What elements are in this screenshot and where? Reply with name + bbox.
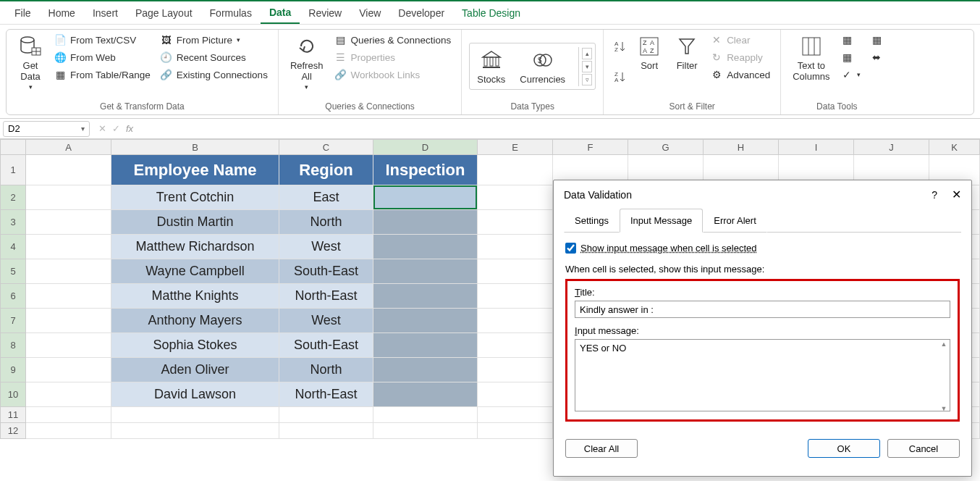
table-row[interactable]: West [279, 235, 373, 259]
table-header-employee[interactable]: Employee Name [111, 155, 279, 185]
table-row[interactable]: North [279, 210, 373, 235]
relationships-button[interactable]: ⬌ [868, 50, 885, 64]
data-types-gallery[interactable]: Stocks $ Currencies ▴▾▿ [469, 43, 596, 90]
table-row[interactable]: Anthony Mayers [111, 309, 279, 333]
cell[interactable] [373, 309, 478, 333]
menu-file[interactable]: File [6, 3, 40, 23]
tab-settings[interactable]: Settings [564, 209, 620, 233]
row-header-10[interactable]: 10 [0, 382, 26, 407]
cell[interactable] [373, 358, 478, 382]
from-web-button[interactable]: 🌐From Web [51, 50, 153, 64]
cell[interactable] [373, 235, 478, 259]
table-row[interactable]: Aden Oliver [111, 358, 279, 382]
show-input-message-checkbox[interactable] [565, 243, 576, 254]
data-validation-button[interactable]: ✓▾ [838, 67, 863, 82]
menu-insert[interactable]: Insert [84, 3, 127, 23]
col-header-h[interactable]: H [704, 139, 779, 155]
formula-input[interactable] [139, 121, 980, 137]
refresh-all-button[interactable]: Refresh All ▾ [286, 33, 328, 92]
menu-review[interactable]: Review [300, 3, 350, 23]
advanced-filter-button[interactable]: ⚙Advanced [708, 67, 773, 82]
col-header-e[interactable]: E [478, 139, 553, 155]
col-header-b[interactable]: B [111, 139, 279, 155]
from-table-range-button[interactable]: ▦From Table/Range [51, 67, 153, 82]
row-header-12[interactable]: 12 [0, 423, 26, 439]
table-row[interactable]: South-East [279, 333, 373, 358]
col-header-i[interactable]: I [779, 139, 854, 155]
menu-formulas[interactable]: Formulas [201, 3, 261, 23]
cell[interactable] [373, 333, 478, 358]
row-header-11[interactable]: 11 [0, 407, 26, 423]
row-header-4[interactable]: 4 [0, 235, 26, 259]
cancel-button[interactable]: Cancel [887, 439, 960, 458]
table-row[interactable]: North-East [279, 284, 373, 309]
from-picture-button[interactable]: 🖼From Picture ▾ [158, 33, 271, 47]
menu-data[interactable]: Data [261, 2, 300, 24]
currencies-type-button[interactable]: $ Currencies [515, 46, 570, 86]
col-header-f[interactable]: F [553, 139, 628, 155]
enter-formula-icon[interactable]: ✓ [112, 123, 120, 134]
remove-duplicates-button[interactable]: ▦ [838, 50, 863, 64]
queries-connections-button[interactable]: ▤Queries & Connections [331, 33, 454, 47]
get-data-button[interactable]: Get Data ▾ [14, 33, 47, 92]
cancel-formula-icon[interactable]: ✕ [98, 123, 106, 134]
cell[interactable] [373, 284, 478, 309]
menu-page-layout[interactable]: Page Layout [127, 3, 201, 23]
table-row[interactable]: East [279, 185, 373, 210]
sort-button[interactable]: ZAAZ Sort [633, 33, 666, 72]
sort-desc-button[interactable]: ZA [611, 70, 628, 84]
row-header-7[interactable]: 7 [0, 309, 26, 333]
filter-button[interactable]: Filter [670, 33, 704, 72]
close-icon[interactable]: ✕ [952, 188, 961, 201]
table-row[interactable]: Matthe Knights [111, 284, 279, 309]
tab-input-message[interactable]: Input Message [620, 209, 703, 233]
table-row[interactable]: Matthew Richardson [111, 235, 279, 259]
fx-icon[interactable]: fx [126, 123, 133, 134]
cell[interactable] [373, 382, 478, 407]
menu-view[interactable]: View [350, 3, 389, 23]
flash-fill-button[interactable]: ▦ [838, 33, 863, 47]
table-header-region[interactable]: Region [279, 155, 373, 185]
show-input-message-label[interactable]: Show input message when cell is selected [580, 243, 757, 254]
row-header-3[interactable]: 3 [0, 210, 26, 235]
text-to-columns-button[interactable]: Text to Columns [788, 33, 834, 83]
table-row[interactable]: North [279, 358, 373, 382]
row-header-1[interactable]: 1 [0, 155, 26, 185]
table-row[interactable]: North-East [279, 382, 373, 407]
stocks-type-button[interactable]: Stocks [473, 46, 510, 86]
clear-all-button[interactable]: Clear All [565, 439, 638, 458]
menu-table-design[interactable]: Table Design [453, 3, 529, 23]
chevron-down-icon[interactable]: ▾ [81, 125, 85, 133]
row-header-8[interactable]: 8 [0, 333, 26, 358]
from-text-csv-button[interactable]: 📄From Text/CSV [51, 33, 153, 47]
row-header-2[interactable]: 2 [0, 185, 26, 210]
existing-connections-button[interactable]: 🔗Existing Connections [158, 67, 271, 82]
table-row[interactable]: Trent Cotchin [111, 185, 279, 210]
table-row[interactable]: David Lawson [111, 382, 279, 407]
tab-error-alert[interactable]: Error Alert [703, 209, 767, 233]
menu-developer[interactable]: Developer [389, 3, 453, 23]
col-header-k[interactable]: K [929, 139, 980, 155]
table-row[interactable]: Wayne Campbell [111, 259, 279, 284]
col-header-c[interactable]: C [279, 139, 373, 155]
recent-sources-button[interactable]: 🕘Recent Sources [158, 50, 271, 64]
table-row[interactable]: West [279, 309, 373, 333]
row-header-5[interactable]: 5 [0, 259, 26, 284]
col-header-d[interactable]: D [373, 139, 478, 155]
ok-button[interactable]: OK [808, 439, 880, 458]
cell[interactable] [373, 210, 478, 235]
cell-d2[interactable] [373, 185, 478, 210]
textarea-scrollbar[interactable]: ▲▼ [939, 340, 949, 412]
title-input[interactable] [575, 301, 950, 318]
table-header-inspection[interactable]: Inspection [373, 155, 478, 185]
select-all-corner[interactable] [0, 139, 26, 155]
row-header-6[interactable]: 6 [0, 284, 26, 309]
table-row[interactable]: Sophia Stokes [111, 333, 279, 358]
help-button[interactable]: ? [932, 189, 937, 201]
gallery-scroller[interactable]: ▴▾▿ [578, 47, 592, 86]
input-message-textarea[interactable] [575, 339, 950, 411]
row-header-9[interactable]: 9 [0, 358, 26, 382]
sort-asc-button[interactable]: AZ [611, 39, 628, 54]
cell[interactable] [26, 155, 111, 185]
table-row[interactable]: Dustin Martin [111, 210, 279, 235]
